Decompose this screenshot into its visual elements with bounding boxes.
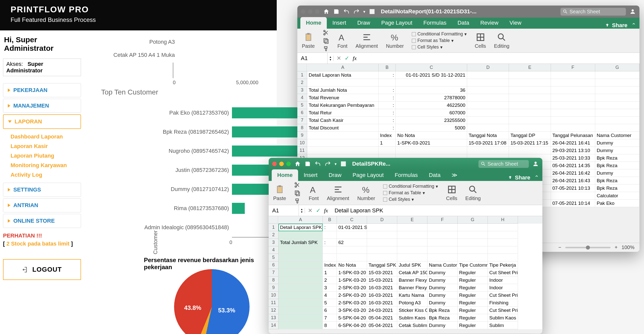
cell[interactable]: Dummy xyxy=(427,269,458,276)
cell[interactable] xyxy=(397,254,427,261)
redo-icon[interactable] xyxy=(325,161,331,167)
cell[interactable]: 16-03-2021 xyxy=(367,299,397,307)
row-header[interactable]: 4 xyxy=(297,94,307,102)
cell[interactable]: 36 xyxy=(396,86,467,94)
cell[interactable] xyxy=(467,94,509,102)
cell[interactable] xyxy=(509,117,551,124)
nav-antrian[interactable]: ANTRIAN xyxy=(3,198,81,212)
tab-home[interactable]: Home xyxy=(272,169,298,181)
col-header[interactable]: F xyxy=(427,216,458,224)
cell[interactable]: 15-03-2021 xyxy=(367,269,397,276)
cell[interactable] xyxy=(278,284,323,292)
rib-editing[interactable]: Editing xyxy=(465,184,481,201)
cell[interactable] xyxy=(467,124,509,132)
titlebar[interactable]: ▾ DetailSPKRe... Search Sheet xyxy=(269,158,542,170)
cell[interactable]: Index xyxy=(379,132,396,139)
cell[interactable]: 1-SPK-03-20 xyxy=(337,269,367,276)
cell[interactable] xyxy=(307,132,379,139)
cell[interactable]: Reguler xyxy=(458,269,488,276)
cell[interactable]: Dummy xyxy=(595,169,639,177)
cell[interactable] xyxy=(323,254,337,261)
tab-draw[interactable]: Draw xyxy=(352,17,376,29)
zoom-out-icon[interactable]: − xyxy=(558,245,561,250)
row-header[interactable]: 3 xyxy=(297,86,307,94)
name-box[interactable]: A1 xyxy=(269,205,299,216)
cell[interactable]: 62 xyxy=(337,239,367,246)
undo-icon[interactable] xyxy=(314,161,321,167)
cell[interactable]: Dummy xyxy=(427,322,458,329)
cell[interactable] xyxy=(595,124,639,132)
minimize-icon[interactable] xyxy=(279,162,284,166)
cell[interactable] xyxy=(551,124,595,132)
cell[interactable]: 05-04-2021 14:35 xyxy=(551,162,595,169)
cell[interactable] xyxy=(458,254,488,261)
cell[interactable]: Calculator xyxy=(595,192,639,200)
cell[interactable] xyxy=(467,147,509,154)
cell[interactable]: 05-04-2021 xyxy=(367,322,397,329)
cell[interactable] xyxy=(427,246,458,254)
tab-page-layout[interactable]: Page Layout xyxy=(347,169,389,181)
cell[interactable]: Banner Flexy xyxy=(397,284,427,292)
cell[interactable]: 6-SPK-04-20 xyxy=(337,322,367,329)
cell[interactable] xyxy=(509,86,551,94)
cell[interactable] xyxy=(397,246,427,254)
cell[interactable]: Reguler xyxy=(458,307,488,314)
cell[interactable]: Tanggal DP xyxy=(509,132,551,139)
cell[interactable]: Reguler xyxy=(458,292,488,299)
row-header[interactable]: 6 xyxy=(269,261,278,269)
conditional-formatting[interactable]: Conditional Formatting ▾ xyxy=(383,184,438,189)
user-icon[interactable] xyxy=(629,8,636,15)
sub-dashboard-laporan[interactable]: Dashboard Laporan xyxy=(11,132,81,141)
cell[interactable]: Indoor xyxy=(488,276,518,284)
tab-data[interactable]: Data xyxy=(423,169,446,181)
tab-page-layout[interactable]: Page Layout xyxy=(376,17,418,29)
cell[interactable] xyxy=(337,231,367,239)
cell[interactable] xyxy=(278,269,323,276)
zoom-slider[interactable] xyxy=(565,247,611,248)
cell[interactable]: Reguler xyxy=(458,314,488,322)
cell[interactable] xyxy=(278,322,323,329)
rib-alignment[interactable]: Alignment xyxy=(327,184,349,201)
cell[interactable]: Bpk Reza xyxy=(595,162,639,169)
cell[interactable] xyxy=(488,224,518,231)
cell[interactable]: Reguler xyxy=(458,284,488,292)
save-icon[interactable] xyxy=(304,161,311,167)
cell[interactable]: Cetak AP 150 xyxy=(397,269,427,276)
row-header[interactable]: 9 xyxy=(269,284,278,292)
cell[interactable]: : xyxy=(379,102,396,109)
cell[interactable]: Cut Sheet Pri xyxy=(488,292,518,299)
cell[interactable] xyxy=(367,231,397,239)
tab-formulas[interactable]: Formulas xyxy=(389,169,423,181)
col-header[interactable]: F xyxy=(551,64,595,71)
cell[interactable]: Dummy xyxy=(595,139,639,147)
cell[interactable]: 3 xyxy=(323,284,337,292)
col-header[interactable]: E xyxy=(509,64,551,71)
cell[interactable]: Total Retur xyxy=(307,109,379,117)
cell[interactable]: Bpk Reza xyxy=(427,307,458,314)
cell[interactable]: Dummy xyxy=(595,147,639,154)
tab-home[interactable]: Home xyxy=(300,17,327,29)
cell[interactable]: Nama Custor xyxy=(427,261,458,269)
zoom-in-icon[interactable]: + xyxy=(615,245,618,250)
cell[interactable] xyxy=(337,246,367,254)
row-header[interactable]: 2 xyxy=(297,79,307,86)
cell[interactable] xyxy=(595,71,639,79)
tab-more[interactable]: ≫ xyxy=(446,169,463,181)
cell[interactable] xyxy=(278,307,323,314)
copy-icon[interactable] xyxy=(294,190,301,196)
select-all-corner[interactable] xyxy=(297,64,307,71)
cell[interactable] xyxy=(488,239,518,246)
tab-formulas[interactable]: Formulas xyxy=(418,17,452,29)
cell[interactable]: Reguler xyxy=(458,299,488,307)
row-header[interactable]: 8 xyxy=(269,276,278,284)
maximize-icon[interactable] xyxy=(315,9,319,14)
cell[interactable]: 15-03-2021 xyxy=(367,276,397,284)
cell[interactable] xyxy=(396,147,467,154)
cell[interactable] xyxy=(278,261,323,269)
cell[interactable]: Tanggal SPK xyxy=(367,261,397,269)
row-header[interactable]: 5 xyxy=(297,102,307,109)
cell[interactable]: 2-SPK-03-20 xyxy=(337,284,367,292)
cell[interactable] xyxy=(595,86,639,94)
row-header[interactable]: 7 xyxy=(297,117,307,124)
cell[interactable]: Sublim Kaos xyxy=(488,314,518,322)
